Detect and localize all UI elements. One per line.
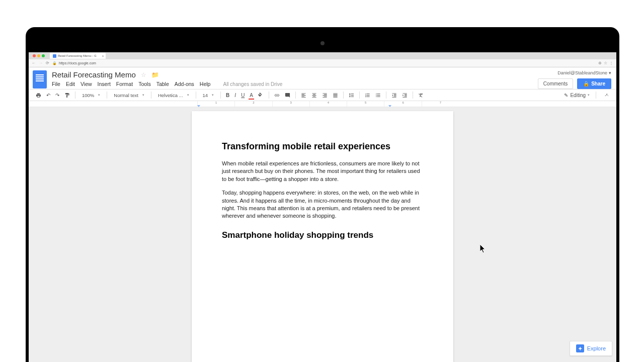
tab-close-icon[interactable]: ×: [102, 54, 104, 58]
chevron-down-icon: ▾: [609, 70, 611, 75]
insert-link-icon[interactable]: [272, 92, 282, 99]
menu-help[interactable]: Help: [200, 81, 211, 87]
heading-2[interactable]: Smartphone holiday shopping trends: [222, 230, 423, 240]
window-controls[interactable]: [31, 54, 47, 57]
reload-icon[interactable]: ⟳: [46, 61, 49, 65]
close-window-icon[interactable]: [33, 54, 36, 57]
align-center-icon[interactable]: [309, 92, 319, 99]
redo-icon[interactable]: ↷: [53, 92, 61, 99]
insert-comment-icon[interactable]: [283, 92, 292, 99]
share-lock-icon: 🔒: [583, 81, 589, 86]
zoom-select[interactable]: 100%: [78, 91, 104, 100]
style-select[interactable]: Normal text: [110, 91, 148, 100]
back-icon[interactable]: ←: [32, 61, 36, 65]
chevron-down-icon: ▾: [588, 93, 590, 97]
menu-insert[interactable]: Insert: [98, 81, 111, 87]
ruler-mark: 1: [197, 101, 234, 107]
print-icon[interactable]: [34, 92, 43, 99]
explore-button[interactable]: ✦ Explore: [570, 341, 612, 356]
ruler-mark: 5: [347, 101, 384, 107]
docs-logo-icon[interactable]: [33, 70, 47, 88]
menu-bar: File Edit View Insert Format Tools Table…: [52, 81, 538, 87]
highlight-color-icon[interactable]: [256, 92, 266, 99]
decrease-indent-icon[interactable]: [389, 92, 399, 99]
maximize-window-icon[interactable]: [42, 54, 45, 57]
italic-icon[interactable]: I: [232, 92, 238, 99]
ruler-mark: 3: [272, 101, 309, 107]
device-bezel: Retail Forecasting Memo - G × ← → ⟳ 🔒 ht…: [29, 30, 616, 362]
user-account[interactable]: Daniel@StableandStone ▾: [557, 70, 611, 75]
undo-icon[interactable]: ↶: [44, 92, 52, 99]
align-right-icon[interactable]: [320, 92, 330, 99]
screen: Retail Forecasting Memo - G × ← → ⟳ 🔒 ht…: [29, 52, 616, 362]
hide-menus-icon[interactable]: ㅅ: [602, 90, 611, 100]
document-page[interactable]: Transforming mobile retail experiences W…: [192, 111, 453, 362]
ruler-mark: 2: [234, 101, 272, 107]
font-size-select[interactable]: 14: [199, 91, 218, 100]
menu-format[interactable]: Format: [116, 81, 133, 87]
tab-title: Retail Forecasting Memo - G: [58, 54, 97, 57]
explore-icon: ✦: [576, 344, 584, 352]
ruler[interactable]: 1 2 3 4 5 6 7: [29, 101, 616, 107]
align-left-icon[interactable]: [299, 92, 308, 99]
move-folder-icon[interactable]: 📁: [151, 71, 159, 78]
font-select[interactable]: Helvetica ...: [154, 91, 193, 100]
url-text: https://docs.google.com: [59, 61, 96, 65]
docs-favicon: [53, 54, 56, 58]
line-spacing-icon[interactable]: [347, 92, 356, 99]
address-bar: ← → ⟳ 🔒 https://docs.google.com ⊕ ☆ ⋮: [29, 59, 616, 67]
ruler-mark: 4: [309, 101, 347, 107]
text-color-icon[interactable]: A: [248, 92, 255, 99]
tab-strip: Retail Forecasting Memo - G ×: [29, 52, 616, 59]
google-docs-app: Retail Forecasting Memo ☆ 📁 File Edit Vi…: [29, 67, 616, 362]
menu-view[interactable]: View: [80, 81, 92, 87]
url-field[interactable]: 🔒 https://docs.google.com: [52, 61, 595, 65]
bulleted-list-icon[interactable]: [373, 92, 383, 99]
docs-header: Retail Forecasting Memo ☆ 📁 File Edit Vi…: [29, 67, 616, 89]
device-frame: Retail Forecasting Memo - G × ← → ⟳ 🔒 ht…: [26, 27, 619, 362]
paragraph[interactable]: When mobile retail experiences are frict…: [222, 160, 423, 183]
align-justify-icon[interactable]: [331, 92, 340, 99]
pencil-icon: ✎: [564, 93, 568, 98]
ruler-mark: 7: [422, 101, 459, 107]
minimize-window-icon[interactable]: [37, 54, 40, 57]
bold-icon[interactable]: B: [224, 92, 231, 99]
browser-chrome: Retail Forecasting Memo - G × ← → ⟳ 🔒 ht…: [29, 52, 616, 67]
clear-formatting-icon[interactable]: [416, 92, 426, 99]
save-status: All changes saved in Drive: [223, 81, 282, 87]
document-title[interactable]: Retail Forecasting Memo: [52, 70, 136, 79]
menu-file[interactable]: File: [52, 81, 60, 87]
menu-tools[interactable]: Tools: [138, 81, 151, 87]
comments-button[interactable]: Comments: [538, 78, 573, 89]
lock-icon: 🔒: [52, 61, 57, 65]
zoom-icon[interactable]: ⊕: [598, 61, 602, 65]
underline-icon[interactable]: U: [239, 92, 247, 99]
menu-edit[interactable]: Edit: [66, 81, 75, 87]
heading-1[interactable]: Transforming mobile retail experiences: [222, 141, 423, 152]
paragraph[interactable]: Today, shopping happens everywhere: in s…: [222, 189, 423, 220]
forward-icon: →: [39, 61, 43, 65]
menu-table[interactable]: Table: [156, 81, 169, 87]
share-button[interactable]: 🔒 Share: [577, 78, 611, 89]
toolbar: ↶ ↷ 100% Normal text Helvetica ... 14 B …: [29, 89, 616, 101]
menu-icon[interactable]: ⋮: [609, 61, 613, 65]
browser-tab[interactable]: Retail Forecasting Memo - G ×: [50, 53, 106, 59]
camera-dot: [320, 41, 325, 45]
menu-addons[interactable]: Add-ons: [175, 81, 194, 87]
star-document-icon[interactable]: ☆: [141, 71, 146, 78]
editing-mode-select[interactable]: ✎ Editing ▾: [564, 93, 590, 98]
increase-indent-icon[interactable]: [400, 92, 410, 99]
star-icon[interactable]: ☆: [604, 61, 607, 65]
paint-format-icon[interactable]: [62, 92, 72, 99]
document-canvas[interactable]: Transforming mobile retail experiences W…: [29, 107, 616, 362]
numbered-list-icon[interactable]: [363, 92, 372, 99]
